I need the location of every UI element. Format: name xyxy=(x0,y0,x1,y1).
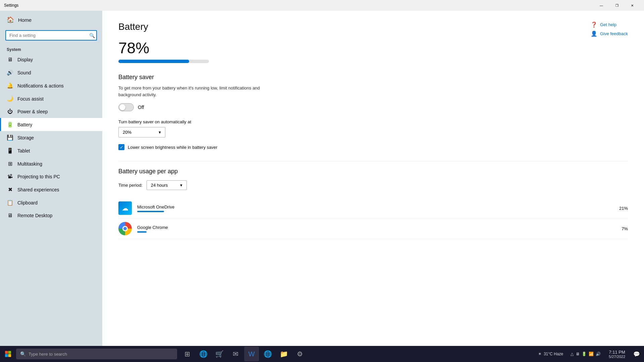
section-title: System xyxy=(0,45,102,53)
taskbar: 🔍 ⊞ 🌐 🛒 ✉ W 🌐 📁 ⚙ ☀ 31°C Haze △ 🖥 🔋 📶 🔊 … xyxy=(0,346,644,362)
focus-icon: 🌙 xyxy=(7,96,13,102)
onedrive-percent: 21% xyxy=(614,206,628,211)
sidebar-item-multitasking[interactable]: ⊞ Multitasking xyxy=(0,157,102,170)
sidebar-item-focus[interactable]: 🌙 Focus assist xyxy=(0,92,102,105)
chrome-taskbar-icon[interactable]: 🌐 xyxy=(260,347,275,361)
sidebar-item-label: Multitasking xyxy=(17,161,42,167)
taskbar-app-icons: ⊞ 🌐 🛒 ✉ W 🌐 📁 ⚙ xyxy=(180,347,307,361)
edge-icon[interactable]: 🌐 xyxy=(196,347,211,361)
power-icon: ⏻ xyxy=(7,109,13,115)
remote-icon: 🖥 xyxy=(7,213,13,219)
sidebar-item-power[interactable]: ⏻ Power & sleep xyxy=(0,105,102,118)
explorer-icon[interactable]: 📁 xyxy=(276,347,291,361)
clipboard-icon: 📋 xyxy=(7,199,13,206)
get-help-link[interactable]: ❓ Get help xyxy=(591,21,628,28)
chrome-percent: 7% xyxy=(614,226,628,231)
battery-percentage: 78% xyxy=(118,39,628,57)
monitor-icon: 🖥 xyxy=(576,352,580,356)
tablet-icon: 📱 xyxy=(7,147,13,154)
notifications-icon: 🔔 xyxy=(7,82,13,89)
wifi-icon: 📶 xyxy=(589,352,594,356)
sidebar-search-container: 🔍 xyxy=(5,30,97,41)
sidebar-item-label: Display xyxy=(17,57,33,62)
sidebar-item-shared[interactable]: ✖ Shared experiences xyxy=(0,183,102,196)
store-icon[interactable]: 🛒 xyxy=(212,347,227,361)
maximize-button[interactable]: ❐ xyxy=(609,0,625,11)
chevron-up-icon: △ xyxy=(571,352,574,356)
sidebar-item-label: Clipboard xyxy=(17,200,38,205)
chrome-icon xyxy=(118,222,132,235)
sidebar-item-remote[interactable]: 🖥 Remote Desktop xyxy=(0,209,102,222)
search-input[interactable] xyxy=(5,30,97,41)
sidebar-home[interactable]: 🏠 Home xyxy=(0,11,102,29)
windows-logo-icon xyxy=(5,351,11,357)
threshold-dropdown[interactable]: 20% ▾ xyxy=(118,127,165,137)
multitasking-icon: ⊞ xyxy=(7,161,13,167)
chrome-info: Google Chrome xyxy=(137,225,609,233)
storage-icon: 💾 xyxy=(7,134,13,141)
main-content: ❓ Get help 👤 Give feedback Battery 78% B… xyxy=(102,11,644,346)
system-tray[interactable]: △ 🖥 🔋 📶 🔊 xyxy=(567,352,605,356)
close-button[interactable]: ✕ xyxy=(625,0,640,11)
search-icon: 🔍 xyxy=(20,351,26,357)
get-help-label: Get help xyxy=(600,22,616,27)
battery-tray-icon: 🔋 xyxy=(582,352,587,356)
give-feedback-label: Give feedback xyxy=(600,31,628,36)
display-icon: 🖥 xyxy=(7,57,13,63)
auto-threshold-label: Turn battery saver on automatically at xyxy=(118,119,628,124)
task-view-button[interactable]: ⊞ xyxy=(180,347,195,361)
sidebar-item-clipboard[interactable]: 📋 Clipboard xyxy=(0,196,102,209)
time-period-value: 24 hours xyxy=(151,183,168,188)
sidebar-item-sound[interactable]: 🔊 Sound xyxy=(0,66,102,79)
projecting-icon: 📽 xyxy=(7,174,13,180)
notification-center-button[interactable]: 💬 xyxy=(629,346,644,362)
brightness-checkbox[interactable]: ✓ xyxy=(118,144,124,150)
taskbar-right: ☀ 31°C Haze △ 🖥 🔋 📶 🔊 7:11 PM 5/27/2022 … xyxy=(535,346,644,362)
battery-saver-toggle[interactable] xyxy=(118,103,134,111)
sidebar-item-projecting[interactable]: 📽 Projecting to this PC xyxy=(0,170,102,183)
sidebar-item-label: Tablet xyxy=(17,148,30,154)
sidebar-item-label: Storage xyxy=(17,135,34,140)
sidebar-item-label: Shared experiences xyxy=(17,187,59,192)
app-usage-chrome: Google Chrome 7% xyxy=(118,219,628,239)
battery-bar-container xyxy=(118,60,209,63)
sidebar-item-label: Remote Desktop xyxy=(17,213,52,218)
settings-taskbar-icon[interactable]: ⚙ xyxy=(292,347,307,361)
minimize-button[interactable]: — xyxy=(594,0,609,11)
clock[interactable]: 7:11 PM 5/27/2022 xyxy=(605,350,629,359)
sidebar-item-tablet[interactable]: 📱 Tablet xyxy=(0,144,102,157)
onedrive-icon: ☁ xyxy=(118,201,132,215)
feedback-icon: 👤 xyxy=(591,31,597,37)
battery-icon: 🔋 xyxy=(7,121,13,128)
chrome-name: Google Chrome xyxy=(137,225,609,230)
battery-saver-desc: To get more from your battery when it's … xyxy=(118,85,266,98)
taskbar-search-input[interactable] xyxy=(29,352,173,357)
time-period-dropdown[interactable]: 24 hours ▾ xyxy=(147,180,187,190)
word-icon[interactable]: W xyxy=(244,347,259,361)
time-period-row: Time period: 24 hours ▾ xyxy=(118,180,628,190)
sidebar-item-label: Projecting to this PC xyxy=(17,174,60,179)
start-button[interactable] xyxy=(0,346,16,362)
sidebar-item-label: Notifications & actions xyxy=(17,83,64,88)
home-icon: 🏠 xyxy=(7,16,14,23)
sidebar-item-notifications[interactable]: 🔔 Notifications & actions xyxy=(0,79,102,92)
sidebar-item-storage[interactable]: 💾 Storage xyxy=(0,131,102,144)
titlebar: Settings — ❐ ✕ xyxy=(0,0,644,11)
sidebar-item-battery[interactable]: 🔋 Battery xyxy=(0,118,102,131)
onedrive-bar xyxy=(137,211,164,212)
give-feedback-link[interactable]: 👤 Give feedback xyxy=(591,31,628,37)
brightness-label: Lower screen brightness while in battery… xyxy=(128,145,217,150)
sidebar-item-display[interactable]: 🖥 Display xyxy=(0,53,102,66)
taskbar-search-box[interactable]: 🔍 xyxy=(16,349,177,359)
sidebar-item-label: Battery xyxy=(17,122,32,127)
mail-icon[interactable]: ✉ xyxy=(228,347,243,361)
search-button[interactable]: 🔍 xyxy=(89,33,95,38)
chrome-icon-inner xyxy=(122,226,128,231)
weather-widget[interactable]: ☀ 31°C Haze xyxy=(535,352,567,356)
help-icon: ❓ xyxy=(591,21,597,28)
onedrive-info: Microsoft OneDrive xyxy=(137,204,609,212)
threshold-value: 20% xyxy=(123,130,131,135)
battery-bar-fill xyxy=(118,60,189,63)
sidebar-item-label: Sound xyxy=(17,70,31,75)
chevron-down-icon: ▾ xyxy=(180,183,182,188)
